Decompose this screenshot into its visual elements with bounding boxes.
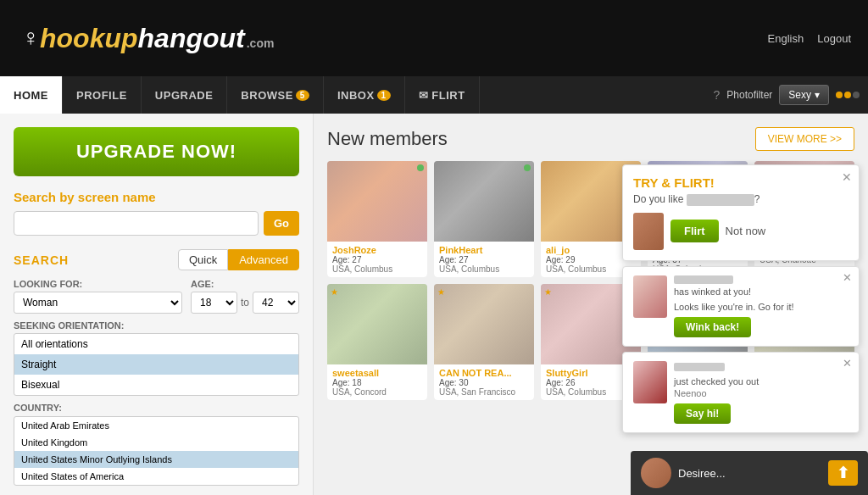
screen-name-input[interactable] (14, 211, 259, 236)
member-age: Age: 18 (332, 378, 422, 387)
wink-popup: ✕ has winked at you! Looks like you're i… (622, 266, 860, 347)
checked-user-name (674, 363, 725, 371)
age-from-select[interactable]: 18 (191, 292, 237, 314)
age-row: 18 to 42 (191, 292, 299, 314)
logo: ♀ hookuphangout.com (17, 23, 274, 54)
orientation-bisexual[interactable]: Bisexual (14, 375, 298, 395)
nav-flirt[interactable]: ✉ FLIRT (405, 76, 480, 114)
search-label: SEARCH (14, 253, 69, 267)
members-title: New members (327, 128, 448, 150)
online-indicator (417, 164, 424, 171)
member-card[interactable]: PinkHeart Age: 27 USA, Columbus (434, 161, 534, 277)
crown-icon: ★ (331, 287, 338, 297)
orientation-list: All orientations Straight Bisexual (14, 333, 299, 396)
browse-badge: 5 (296, 90, 309, 101)
nav-upgrade[interactable]: UPGRADE (142, 76, 228, 114)
logo-com: .com (247, 36, 275, 50)
popup-close-button[interactable]: ✕ (842, 170, 852, 184)
member-age: Age: 27 (332, 255, 422, 264)
online-indicator (524, 164, 531, 171)
main-content: UPGRADE NOW! Search by screen name Go SE… (0, 114, 868, 495)
scroll-top-button[interactable]: ⬆ (828, 460, 858, 486)
wink-name (674, 275, 733, 284)
checked-close-button[interactable]: ✕ (843, 357, 852, 370)
seeking-label: SEEKING ORIENTATION: (14, 320, 299, 331)
member-location: USA, Columbus (332, 264, 422, 274)
logo-hang: hangout (138, 23, 245, 53)
crown-icon: ★ (437, 287, 445, 297)
popup-overlay: ✕ TRY & FLIRT! Do you like ? Flirt Not n… (622, 164, 860, 433)
country-usmi[interactable]: United States Minor Outlying Islands (14, 451, 298, 468)
logout-button[interactable]: Logout (817, 32, 851, 45)
desiree-name: Desiree... (678, 467, 828, 480)
chevron-down-icon: ▾ (815, 89, 820, 101)
member-card[interactable]: ★ CAN NOT REA... Age: 30 USA, San Franci… (434, 284, 534, 400)
logo-figure: ♀ (22, 25, 40, 52)
photofilter-question-icon[interactable]: ? (713, 88, 720, 102)
wink-close-button[interactable]: ✕ (843, 271, 852, 284)
nav-home[interactable]: HOME (0, 76, 63, 114)
member-location: USA, Concord (332, 387, 422, 397)
say-hi-button[interactable]: Say hi! (674, 403, 731, 424)
sidebar: UPGRADE NOW! Search by screen name Go SE… (0, 114, 314, 495)
member-name: PinkHeart (439, 245, 529, 255)
country-group: COUNTRY: United Arab Emirates United Kin… (14, 403, 299, 486)
age-group: AGE: 18 to 42 (191, 279, 299, 314)
try-flirt-actions: Flirt Not now (633, 213, 849, 250)
view-more-button[interactable]: VIEW MORE >> (755, 127, 854, 151)
search-tabs: Quick Advanced (178, 249, 299, 270)
member-photo: ★ (327, 284, 427, 364)
member-info: JoshRoze Age: 27 USA, Columbus (327, 242, 427, 277)
member-photo (434, 161, 534, 242)
member-card[interactable]: JoshRoze Age: 27 USA, Columbus (327, 161, 427, 277)
desiree-avatar (641, 458, 671, 488)
orientation-straight[interactable]: Straight (14, 354, 298, 375)
nav-profile[interactable]: PROFILE (63, 76, 142, 114)
flirt-avatar (633, 213, 664, 250)
wink-back-button[interactable]: Wink back! (674, 317, 751, 337)
nav-inbox[interactable]: INBOX 1 (324, 76, 405, 114)
popup-blurred-name (687, 194, 754, 206)
nav-right: ? Photofilter Sexy ▾ (713, 85, 868, 105)
member-name: CAN NOT REA... (439, 368, 529, 378)
country-uae[interactable]: United Arab Emirates (14, 417, 298, 434)
looking-for-select[interactable]: Woman Man (14, 292, 182, 314)
quick-tab[interactable]: Quick (178, 249, 228, 270)
dot-orange2 (844, 92, 851, 98)
sexy-button[interactable]: Sexy ▾ (779, 85, 829, 105)
country-uk[interactable]: United Kingdom (14, 434, 298, 451)
language-selector[interactable]: English (768, 32, 804, 45)
checked-avatar (633, 361, 667, 403)
member-name: sweetasall (332, 368, 422, 378)
members-header: New members VIEW MORE >> (327, 127, 854, 151)
screen-name-row: Go (14, 211, 299, 236)
crown-icon: ★ (544, 287, 552, 297)
country-label: COUNTRY: (14, 403, 299, 413)
dot-orange (836, 92, 843, 98)
nav-left: HOME PROFILE UPGRADE BROWSE 5 INBOX 1 ✉ … (0, 76, 480, 114)
orientation-all[interactable]: All orientations (14, 334, 298, 354)
age-to-select[interactable]: 42 (253, 292, 299, 314)
logo-hook: hookup (40, 23, 138, 53)
member-name: JoshRoze (332, 245, 422, 255)
dot-gray (853, 92, 860, 98)
advanced-tab[interactable]: Advanced (228, 249, 299, 270)
member-age: Age: 27 (439, 255, 529, 264)
checked-text: just checked you out (674, 376, 849, 387)
checked-content: just checked you out Neenoo Say hi! (674, 361, 849, 424)
age-to-label: to (241, 297, 249, 309)
go-button[interactable]: Go (264, 211, 299, 236)
member-card[interactable]: ★ sweetasall Age: 18 USA, Concord (327, 284, 427, 400)
not-now-button[interactable]: Not now (726, 225, 766, 237)
photofilter-label: Photofilter (726, 89, 772, 101)
looking-for-group: LOOKING FOR: Woman Man (14, 279, 182, 314)
member-photo (327, 161, 427, 242)
desiree-bar[interactable]: Desiree... ⬆ (631, 451, 868, 495)
country-usa[interactable]: United States of America (14, 468, 298, 485)
logo-text: hookuphangout.com (40, 23, 274, 54)
flirt-button[interactable]: Flirt (670, 220, 719, 242)
upgrade-now-button[interactable]: UPGRADE NOW! (14, 127, 299, 176)
wink-text: has winked at you! (674, 286, 849, 297)
member-info: CAN NOT REA... Age: 30 USA, San Francisc… (434, 364, 534, 400)
nav-browse[interactable]: BROWSE 5 (227, 76, 324, 114)
